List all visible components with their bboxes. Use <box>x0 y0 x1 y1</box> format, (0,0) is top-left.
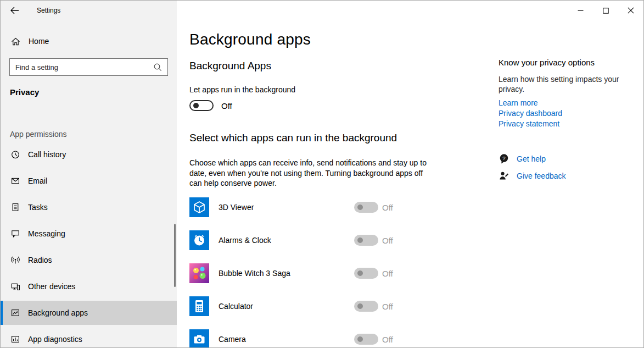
app-toggle-state: Off <box>382 269 393 278</box>
calculator-app-icon <box>189 296 209 316</box>
sidebar-item-label: Radios <box>28 256 52 264</box>
page-title: Background apps <box>189 31 311 48</box>
sidebar-item-label: Background apps <box>28 308 88 317</box>
app-toggle-camera <box>354 334 378 345</box>
selected-accent-bar <box>1 301 3 325</box>
sidebar-item-label: App diagnostics <box>28 335 82 344</box>
close-icon <box>628 7 634 14</box>
email-icon <box>10 176 20 186</box>
app-row: 3D Viewer Off <box>189 191 447 224</box>
sidebar-nav: Call history Email Tasks Messaging Radio… <box>1 142 177 348</box>
privacy-dashboard-link[interactable]: Privacy dashboard <box>499 108 629 119</box>
give-feedback-icon <box>499 170 509 181</box>
privacy-statement-link[interactable]: Privacy statement <box>499 119 629 129</box>
toggle-knob <box>357 270 363 276</box>
sidebar-item-label: Tasks <box>28 203 48 212</box>
app-toggle-state: Off <box>382 236 393 245</box>
radios-icon <box>10 255 20 265</box>
toggle-knob <box>357 303 363 309</box>
sidebar-section-title: Privacy <box>10 87 39 97</box>
sidebar-home-label: Home <box>29 37 49 46</box>
maximize-button[interactable] <box>593 1 618 20</box>
maximize-icon <box>603 8 609 14</box>
app-toggle-alarms-clock <box>354 235 378 246</box>
search-input[interactable] <box>10 59 153 75</box>
search-icon[interactable] <box>153 63 163 72</box>
sidebar-scrollbar[interactable] <box>174 224 176 287</box>
titlebar: Settings <box>1 1 643 20</box>
3d-viewer-app-icon <box>189 197 209 217</box>
app-toggle-state: Off <box>382 203 393 212</box>
privacy-options-description: Learn how this setting impacts your priv… <box>499 74 629 94</box>
app-row: Calculator Off <box>189 290 447 323</box>
master-toggle[interactable] <box>189 100 214 111</box>
sidebar-item-tasks[interactable]: Tasks <box>1 195 177 219</box>
sidebar-item-email[interactable]: Email <box>1 169 177 193</box>
toggle-knob <box>357 237 363 243</box>
privacy-links: Learn more Privacy dashboard Privacy sta… <box>499 98 629 129</box>
app-name: Bubble Witch 3 Saga <box>219 269 290 278</box>
minimize-button[interactable] <box>568 1 593 20</box>
sidebar-item-label: Other devices <box>28 282 75 291</box>
toggle-knob <box>357 336 363 342</box>
give-feedback-row: Give feedback <box>499 170 566 181</box>
sidebar-item-radios[interactable]: Radios <box>1 248 177 272</box>
get-help-row: ? Get help <box>499 153 566 164</box>
minimize-icon <box>578 8 584 14</box>
app-row: Camera Off <box>189 323 447 348</box>
app-permissions-label: App permissions <box>10 130 67 139</box>
settings-window: Home Privacy App permissions Call histor… <box>0 0 644 348</box>
call-history-icon <box>10 150 20 159</box>
toggle-knob <box>193 103 199 108</box>
home-icon <box>10 36 21 47</box>
app-toggle-3d-viewer <box>354 202 378 213</box>
app-diagnostics-icon <box>10 334 20 344</box>
svg-text:?: ? <box>502 155 505 161</box>
camera-app-icon <box>189 329 209 348</box>
app-name: Camera <box>219 335 246 344</box>
alarms-clock-app-icon <box>189 230 209 250</box>
app-list: 3D Viewer Off Alarms & Clock Off Bubble … <box>189 191 447 348</box>
search-box <box>9 58 168 76</box>
app-row: Bubble Witch 3 Saga Off <box>189 257 447 290</box>
sidebar-item-home[interactable]: Home <box>1 30 177 52</box>
sidebar-item-label: Messaging <box>28 229 65 238</box>
window-controls <box>568 1 643 20</box>
toggle-knob <box>357 205 363 210</box>
master-toggle-state: Off <box>221 101 232 111</box>
app-toggle-state: Off <box>382 335 393 344</box>
tasks-icon <box>10 202 20 212</box>
privacy-options-heading: Know your privacy options <box>499 58 629 67</box>
sidebar: Home Privacy App permissions Call histor… <box>1 1 177 348</box>
sidebar-item-label: Call history <box>28 150 66 159</box>
close-button[interactable] <box>618 1 643 20</box>
messaging-icon <box>10 229 20 239</box>
app-name: Alarms & Clock <box>219 236 271 245</box>
learn-more-link[interactable]: Learn more <box>499 98 629 108</box>
get-help-link[interactable]: Get help <box>517 154 546 163</box>
sidebar-item-messaging[interactable]: Messaging <box>1 222 177 246</box>
sidebar-item-other-devices[interactable]: Other devices <box>1 274 177 299</box>
app-toggle-state: Off <box>382 302 393 311</box>
privacy-options-panel: Know your privacy options Learn how this… <box>499 58 629 129</box>
app-toggle-bubble-witch <box>354 268 378 279</box>
back-button[interactable] <box>1 1 28 20</box>
app-name: 3D Viewer <box>219 203 254 212</box>
give-feedback-link[interactable]: Give feedback <box>517 172 566 180</box>
other-devices-icon <box>10 281 20 291</box>
background-apps-icon <box>10 308 20 318</box>
sidebar-item-app-diagnostics[interactable]: App diagnostics <box>1 327 177 348</box>
app-name: Calculator <box>219 302 253 311</box>
window-title: Settings <box>37 7 60 14</box>
help-panel: ? Get help Give feedback <box>499 153 566 187</box>
app-toggle-calculator <box>354 301 378 312</box>
select-apps-description: Choose which apps can receive info, send… <box>189 158 429 189</box>
background-apps-heading: Background Apps <box>189 60 271 72</box>
back-arrow-icon <box>10 7 19 14</box>
sidebar-item-call-history[interactable]: Call history <box>1 142 177 167</box>
select-apps-heading: Select which apps can run in the backgro… <box>189 132 397 144</box>
sidebar-item-label: Email <box>28 176 47 185</box>
sidebar-item-background-apps[interactable]: Background apps <box>1 301 177 325</box>
bubble-witch-app-icon <box>189 263 209 283</box>
app-row: Alarms & Clock Off <box>189 224 447 257</box>
